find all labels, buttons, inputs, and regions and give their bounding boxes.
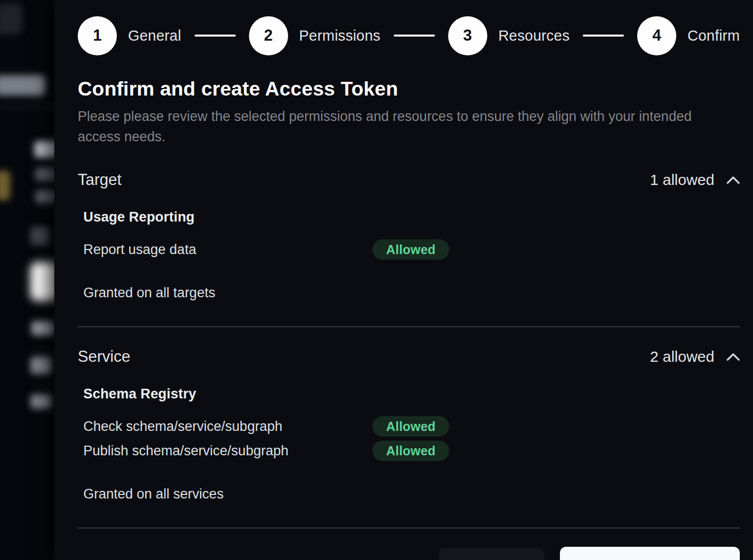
- chevron-up-icon: [727, 353, 740, 361]
- step-number-circle: 3: [448, 16, 487, 55]
- backdrop-nav-text-blob: [0, 75, 46, 96]
- backdrop-icon-blob: [30, 227, 50, 245]
- permission-label: Publish schema/service/subgraph: [83, 443, 372, 459]
- go-back-button[interactable]: Go back: [439, 548, 544, 560]
- permission-label: Report usage data: [83, 242, 372, 258]
- target-allowed-count: 1 allowed: [650, 171, 714, 189]
- status-badge: Allowed: [372, 441, 449, 461]
- status-badge: Allowed: [372, 239, 449, 260]
- modal-footer: Go back Create Access Token: [78, 547, 740, 560]
- create-access-token-button[interactable]: Create Access Token: [560, 547, 740, 560]
- stepper-connector: [394, 35, 435, 37]
- target-section-title: Target: [78, 171, 121, 189]
- step-label: Confirm: [687, 27, 740, 44]
- permission-row: Check schema/service/subgraph Allowed: [83, 414, 740, 439]
- page-description: Please please review the selected permis…: [78, 106, 708, 147]
- target-permission-group: Usage Reporting Report usage data Allowe…: [78, 209, 740, 262]
- target-section-header: Target 1 allowed: [78, 171, 740, 189]
- step-label: Resources: [498, 27, 570, 44]
- step-label: Permissions: [299, 27, 381, 44]
- stepper-connector: [583, 35, 624, 37]
- create-access-token-modal: 1 General 2 Permissions 3 Resources 4 Co…: [54, 0, 753, 560]
- footer-divider: [78, 527, 740, 528]
- step-general[interactable]: 1 General: [78, 16, 181, 55]
- service-section-title: Service: [78, 348, 130, 366]
- backdrop-divider: [0, 106, 61, 107]
- status-badge: Allowed: [372, 416, 449, 437]
- wizard-stepper: 1 General 2 Permissions 3 Resources 4 Co…: [78, 16, 740, 55]
- permission-group-title: Usage Reporting: [83, 209, 740, 225]
- step-resources[interactable]: 3 Resources: [448, 16, 570, 55]
- stepper-connector: [195, 35, 236, 37]
- step-number-circle: 4: [637, 16, 676, 55]
- step-confirm[interactable]: 4 Confirm: [637, 16, 740, 55]
- backdrop-logo-blob: [0, 3, 22, 35]
- service-section-header: Service 2 allowed: [78, 348, 740, 366]
- target-granted-note: Granted on all targets: [78, 285, 740, 301]
- chevron-up-icon: [727, 176, 740, 184]
- permission-label: Check schema/service/subgraph: [83, 419, 372, 434]
- permission-row: Publish schema/service/subgraph Allowed: [83, 439, 740, 463]
- backdrop-text-blob: [30, 394, 52, 409]
- backdrop-text-blob: [32, 321, 55, 335]
- service-section-toggle[interactable]: 2 allowed: [650, 348, 740, 365]
- service-permission-group: Schema Registry Check schema/service/sub…: [78, 386, 740, 463]
- backdrop-accent-blob: [0, 171, 10, 200]
- permission-row: Report usage data Allowed: [83, 237, 740, 262]
- backdrop-text-blob: [30, 357, 52, 374]
- page-title: Confirm and create Access Token: [78, 78, 740, 100]
- step-permissions[interactable]: 2 Permissions: [249, 16, 381, 55]
- backdrop-blurred-page: [0, 0, 61, 560]
- service-granted-note: Granted on all services: [78, 486, 740, 502]
- step-number-circle: 2: [249, 16, 288, 55]
- permission-group-title: Schema Registry: [83, 386, 740, 402]
- step-label: General: [128, 27, 181, 44]
- service-allowed-count: 2 allowed: [650, 348, 714, 365]
- step-number-circle: 1: [78, 16, 117, 55]
- section-divider: [78, 326, 740, 327]
- target-section-toggle[interactable]: 1 allowed: [650, 171, 740, 189]
